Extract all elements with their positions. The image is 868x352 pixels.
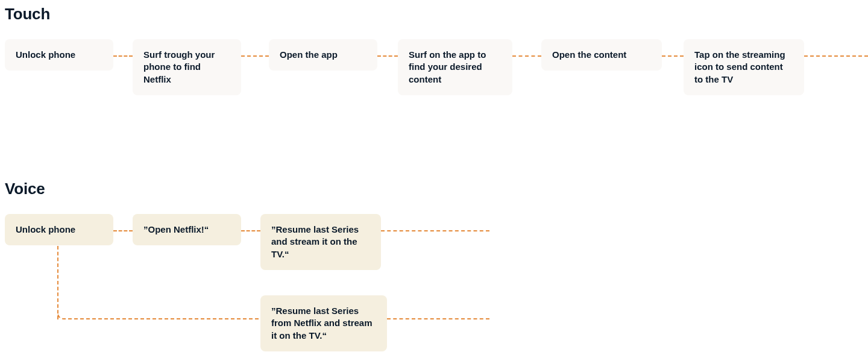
connector [241,55,269,57]
connector [387,318,489,319]
touch-step-4: Surf on the app to find your desired con… [398,39,512,95]
connector [113,230,133,231]
section-title-touch: Touch [5,5,50,24]
voice-step-2: ”Open Netflix!“ [133,214,241,245]
connector [113,55,133,57]
connector [512,55,541,57]
connector [377,55,398,57]
connector [662,55,684,57]
connector [381,230,489,231]
connector [804,55,868,57]
touch-step-2: Surf trough your phone to find Netflix [133,39,241,95]
connector [241,230,260,231]
voice-step-1: Unlock phone [5,214,113,245]
touch-step-3: Open the app [269,39,377,71]
touch-step-5: Open the content [541,39,662,71]
touch-step-6: Tap on the streaming icon to send conten… [684,39,804,95]
connector-elbow [57,312,260,319]
voice-step-alt: ”Resume last Series from Netflix and str… [260,295,387,351]
section-title-voice: Voice [5,180,45,198]
connector-vertical [57,246,63,319]
touch-step-1: Unlock phone [5,39,113,71]
voice-step-3: ”Resume last Series and stream it on the… [260,214,381,270]
